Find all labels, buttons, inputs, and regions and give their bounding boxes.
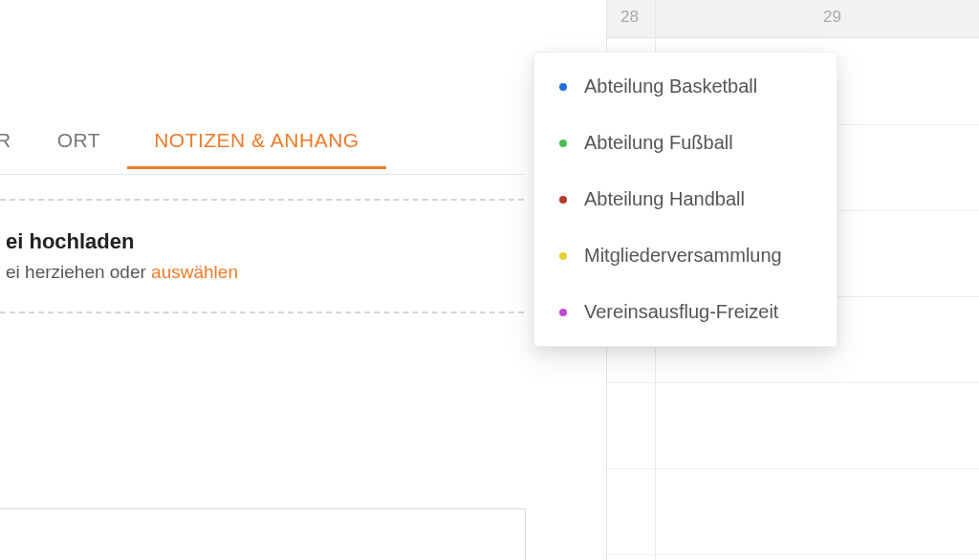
category-dot-icon xyxy=(559,140,567,147)
tab-ort[interactable]: ORT xyxy=(31,129,127,167)
category-label: Abteilung Basketball xyxy=(584,75,757,97)
category-label: Abteilung Handball xyxy=(584,188,745,210)
detail-panel: R ORT NOTIZEN & ANHANG ei hochladen ei h… xyxy=(0,0,606,560)
category-label: Mitgliederversammlung xyxy=(584,245,782,267)
tab-prev-cut[interactable]: R xyxy=(0,129,31,167)
category-item[interactable]: Vereinsausflug-Freizeit xyxy=(559,284,812,327)
dropzone-select-link[interactable]: auswählen xyxy=(151,262,238,282)
panel-footer-box xyxy=(0,508,526,560)
calendar-day-28[interactable]: 28 xyxy=(620,8,639,27)
tabs: R ORT NOTIZEN & ANHANG xyxy=(0,122,524,175)
calendar-header: 28 29 xyxy=(607,0,979,38)
tab-notizen-anhang[interactable]: NOTIZEN & ANHANG xyxy=(127,129,386,167)
calendar-day-29[interactable]: 29 xyxy=(823,8,841,27)
category-dropdown[interactable]: Abteilung BasketballAbteilung FußballAbt… xyxy=(533,52,838,347)
category-dot-icon xyxy=(559,309,567,316)
calendar-row-divider xyxy=(607,382,979,383)
category-dot-icon xyxy=(559,83,567,91)
dropzone-subtitle-text: ei herziehen oder xyxy=(6,262,151,282)
category-label: Abteilung Fußball xyxy=(584,132,733,154)
calendar-row-divider xyxy=(607,468,979,469)
dropzone-subtitle: ei herziehen oder auswählen xyxy=(6,262,524,283)
category-item[interactable]: Abteilung Handball xyxy=(559,171,812,227)
category-item[interactable]: Abteilung Fußball xyxy=(559,115,812,171)
calendar-row-divider xyxy=(607,554,979,555)
dropzone-title: ei hochladen xyxy=(6,229,524,254)
category-dot-icon xyxy=(559,252,567,260)
category-item[interactable]: Abteilung Basketball xyxy=(559,72,812,115)
upload-dropzone[interactable]: ei hochladen ei herziehen oder auswählen xyxy=(0,199,524,313)
category-label: Vereinsausflug-Freizeit xyxy=(584,301,778,323)
category-dot-icon xyxy=(559,196,567,204)
category-item[interactable]: Mitgliederversammlung xyxy=(559,227,812,284)
